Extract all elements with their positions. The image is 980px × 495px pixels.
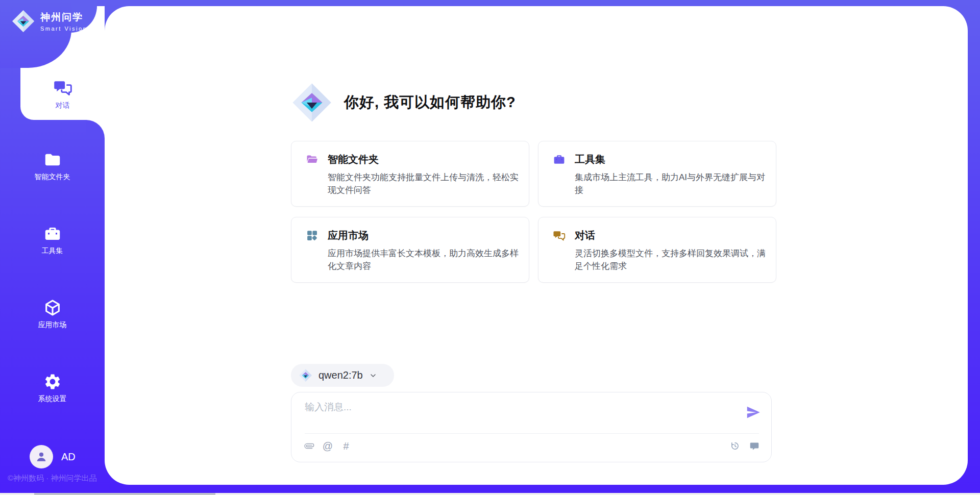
message-icon[interactable] xyxy=(749,440,760,452)
greeting-block: 你好, 我可以如何帮助你? xyxy=(291,82,516,123)
gear-icon xyxy=(43,373,62,391)
sidebar-item-label: 系统设置 xyxy=(38,394,67,404)
avatar[interactable] xyxy=(30,445,53,468)
diamond-logo-icon xyxy=(291,82,333,123)
composer-toolbar: @ # xyxy=(304,440,352,452)
scrollbar-thumb[interactable] xyxy=(34,493,215,495)
brand-logo: 神州问学 Smart Vision xyxy=(11,9,87,33)
card-app-market[interactable]: 应用市场 应用市场提供丰富长文本模板，助力高效生成多样化文章内容 xyxy=(291,217,529,283)
chat-icon xyxy=(53,78,72,97)
diamond-logo-icon xyxy=(299,368,312,382)
sidebar-item-label: 对话 xyxy=(56,101,70,110)
card-title: 对话 xyxy=(575,229,595,242)
cube-icon xyxy=(43,299,62,317)
brand-name: 神州问学 xyxy=(40,11,87,24)
toolbox-icon xyxy=(43,225,62,243)
greeting-title: 你好, 我可以如何帮助你? xyxy=(344,92,516,113)
card-chat[interactable]: 对话 灵活切换多模型文件，支持多样回复效果调试，满足个性化需求 xyxy=(538,217,776,283)
model-selector[interactable]: qwen2:7b xyxy=(291,364,394,387)
sidebar-item-app-market[interactable]: 应用市场 xyxy=(0,292,105,335)
folder-icon xyxy=(43,151,62,169)
card-toolset[interactable]: 工具集 集成市场上主流工具，助力AI与外界无缝扩展与对接 xyxy=(538,141,776,207)
sidebar-item-settings[interactable]: 系统设置 xyxy=(0,366,105,409)
attachment-icon[interactable] xyxy=(304,440,315,452)
copyright-text: ©神州数码 · 神州问学出品 xyxy=(8,474,96,483)
mention-icon[interactable]: @ xyxy=(322,440,333,452)
model-name: qwen2:7b xyxy=(318,369,363,381)
app-grid-icon xyxy=(306,229,318,242)
hashtag-icon[interactable]: # xyxy=(340,440,352,452)
sidebar-item-smart-folder[interactable]: 智能文件夹 xyxy=(0,144,105,187)
card-smart-folder[interactable]: 智能文件夹 智能文件夹功能支持批量文件上传与清洗，轻松实现文件问答 xyxy=(291,141,529,207)
horizontal-scrollbar[interactable] xyxy=(0,493,980,495)
sidebar-item-label: 工具集 xyxy=(42,246,63,256)
chat-bubbles-icon xyxy=(553,229,566,242)
card-description: 集成市场上主流工具，助力AI与外界无缝扩展与对接 xyxy=(575,171,770,196)
person-icon xyxy=(34,450,48,464)
sidebar-item-label: 智能文件夹 xyxy=(35,172,70,182)
card-description: 灵活切换多模型文件，支持多样回复效果调试，满足个性化需求 xyxy=(575,247,770,273)
send-icon[interactable] xyxy=(746,405,761,420)
card-title: 应用市场 xyxy=(328,229,369,242)
brand-subtitle: Smart Vision xyxy=(40,26,87,32)
sidebar-item-toolset[interactable]: 工具集 xyxy=(0,218,105,261)
briefcase-icon xyxy=(553,153,566,166)
card-title: 工具集 xyxy=(575,153,605,166)
card-description: 智能文件夹功能支持批量文件上传与清洗，轻松实现文件问答 xyxy=(328,171,523,196)
card-description: 应用市场提供丰富长文本模板，助力高效生成多样化文章内容 xyxy=(328,247,523,273)
user-name: AD xyxy=(61,451,76,463)
chevron-down-icon xyxy=(369,372,377,380)
composer-divider xyxy=(305,433,759,434)
feature-cards: 智能文件夹 智能文件夹功能支持批量文件上传与清洗，轻松实现文件问答 工具集 集成… xyxy=(291,141,778,283)
composer-right-toolbar xyxy=(729,440,760,452)
sidebar-item-label: 应用市场 xyxy=(38,320,67,330)
diamond-logo-icon xyxy=(11,9,35,33)
message-input[interactable] xyxy=(305,401,733,430)
main-content-panel: 你好, 我可以如何帮助你? 智能文件夹 智能文件夹功能支持批量文件上传与清洗，轻… xyxy=(105,6,968,485)
user-profile[interactable]: AD xyxy=(30,445,76,468)
message-composer: @ # xyxy=(291,392,772,462)
sidebar-item-chat[interactable]: 对话 xyxy=(20,68,105,120)
open-folder-icon xyxy=(306,153,318,166)
history-icon[interactable] xyxy=(729,440,741,452)
card-title: 智能文件夹 xyxy=(328,153,379,166)
